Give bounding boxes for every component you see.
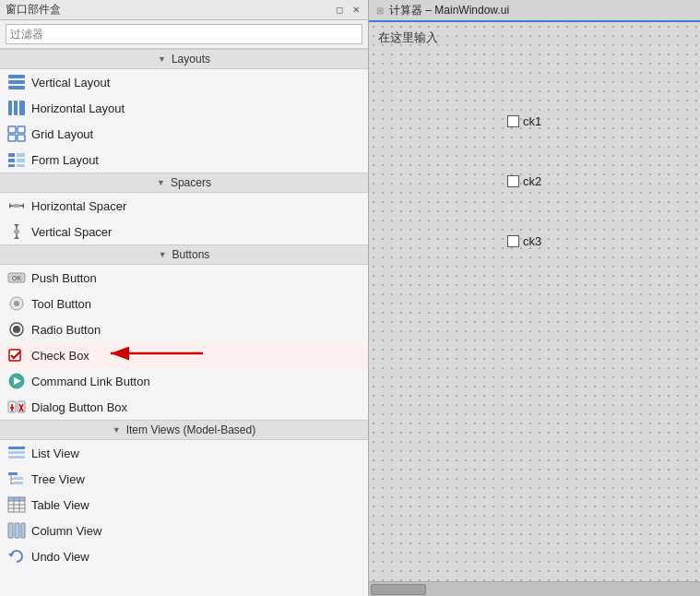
horizontal-layout-icon xyxy=(7,99,26,117)
column-view-label: Column View xyxy=(31,524,101,538)
radio-button-icon xyxy=(7,320,26,339)
sidebar-item-horizontal-layout[interactable]: Horizontal Layout xyxy=(0,95,368,121)
undo-view-label: Undo View xyxy=(31,550,89,564)
column-view-icon xyxy=(7,521,26,540)
checkbox-ck1-label: ck1 xyxy=(523,114,541,128)
spacers-label: Spacers xyxy=(171,176,211,189)
svg-marker-18 xyxy=(21,203,24,209)
svg-rect-41 xyxy=(8,447,25,449)
sidebar-item-column-view[interactable]: Column View xyxy=(0,518,368,543)
svg-rect-6 xyxy=(8,126,16,133)
canvas-label: 在这里输入 xyxy=(378,30,438,46)
item-views-label: Item Views (Model-Based) xyxy=(126,423,256,436)
horizontal-spacer-icon xyxy=(7,197,26,215)
widget-box-title-bar: 窗口部件盒 ◻ ✕ xyxy=(0,0,368,20)
sidebar-item-undo-view[interactable]: Undo View xyxy=(0,543,368,569)
checkbox-ck3-label: ck3 xyxy=(523,234,541,248)
svg-point-29 xyxy=(13,326,20,333)
checkbox-ck2-box[interactable] xyxy=(507,175,519,187)
section-item-views: ▼ Item Views (Model-Based) xyxy=(0,420,368,440)
svg-rect-42 xyxy=(8,451,25,454)
svg-rect-47 xyxy=(14,477,23,480)
tree-view-label: Tree View xyxy=(31,472,85,486)
checkbox-ck3[interactable]: ck3 xyxy=(507,234,541,248)
svg-rect-49 xyxy=(14,482,23,484)
svg-rect-13 xyxy=(17,159,25,162)
svg-rect-14 xyxy=(8,164,15,167)
right-panel: ⊞ 计算器 – MainWindow.ui 在这里输入 ck1 ck2 ck3 xyxy=(369,0,700,596)
svg-rect-1 xyxy=(8,80,25,84)
sidebar-item-dialog-button-box[interactable]: Dialog Button Box xyxy=(0,394,368,420)
svg-rect-15 xyxy=(17,164,25,167)
sidebar-item-list-view[interactable]: List View xyxy=(0,440,368,466)
svg-rect-30 xyxy=(9,350,20,361)
buttons-arrow: ▼ xyxy=(159,250,167,259)
sidebar-item-tool-button[interactable]: Tool Button xyxy=(0,291,368,316)
radio-button-label: Radio Button xyxy=(31,323,101,337)
checkbox-ck3-box[interactable] xyxy=(507,235,519,247)
layouts-arrow: ▼ xyxy=(158,54,166,64)
svg-rect-8 xyxy=(8,135,16,141)
title-bar-buttons: ◻ ✕ xyxy=(333,4,362,17)
horizontal-scrollbar[interactable] xyxy=(369,581,700,596)
svg-rect-0 xyxy=(8,75,25,78)
tool-button-label: Tool Button xyxy=(31,297,91,311)
sidebar-item-form-layout[interactable]: Form Layout xyxy=(0,147,368,173)
sidebar-item-push-button[interactable]: OK Push Button xyxy=(0,265,368,291)
section-buttons: ▼ Buttons xyxy=(0,244,368,265)
spacers-arrow: ▼ xyxy=(157,178,165,187)
svg-rect-58 xyxy=(19,497,25,501)
command-link-button-icon xyxy=(7,372,26,390)
sidebar-item-vertical-spacer[interactable]: Vertical Spacer xyxy=(0,219,368,244)
left-panel: 窗口部件盒 ◻ ✕ ▼ Layouts Vertical Layout xyxy=(0,0,369,596)
minimize-button[interactable]: ◻ xyxy=(333,4,346,17)
close-button[interactable]: ✕ xyxy=(350,4,362,17)
sidebar-item-table-view[interactable]: Table View xyxy=(0,492,368,518)
svg-marker-62 xyxy=(8,554,14,557)
sidebar-item-check-box[interactable]: Check Box xyxy=(0,342,368,368)
vertical-layout-icon xyxy=(7,73,26,91)
svg-rect-3 xyxy=(8,101,12,115)
svg-rect-4 xyxy=(14,101,18,115)
filter-input[interactable] xyxy=(6,24,362,44)
svg-rect-5 xyxy=(19,101,25,115)
scrollbar-thumb[interactable] xyxy=(371,584,426,595)
checkbox-ck1[interactable]: ck1 xyxy=(507,114,541,128)
svg-rect-43 xyxy=(8,456,25,459)
undo-view-icon xyxy=(7,547,26,566)
tree-view-icon xyxy=(7,470,26,488)
sidebar-item-command-link-button[interactable]: Command Link Button xyxy=(0,368,368,394)
check-box-label: Check Box xyxy=(31,349,89,363)
checkbox-ck2[interactable]: ck2 xyxy=(507,174,541,188)
sidebar-item-horizontal-spacer[interactable]: Horizontal Spacer xyxy=(0,193,368,219)
check-box-icon xyxy=(7,346,26,364)
svg-rect-59 xyxy=(8,523,13,538)
vertical-spacer-label: Vertical Spacer xyxy=(31,225,112,239)
checkbox-ck1-box[interactable] xyxy=(507,115,519,127)
right-title-text: 计算器 – MainWindow.ui xyxy=(389,3,509,18)
widget-box-title: 窗口部件盒 xyxy=(6,2,61,18)
svg-marker-21 xyxy=(14,224,19,227)
horizontal-spacer-label: Horizontal Spacer xyxy=(31,199,126,213)
grid-layout-label: Grid Layout xyxy=(31,127,93,141)
section-layouts: ▼ Layouts xyxy=(0,49,368,69)
sidebar-item-grid-layout[interactable]: Grid Layout xyxy=(0,121,368,147)
sidebar-item-tree-view[interactable]: Tree View xyxy=(0,466,368,492)
sidebar-item-radio-button[interactable]: Radio Button xyxy=(0,316,368,342)
svg-text:OK: OK xyxy=(12,275,21,281)
svg-marker-17 xyxy=(9,203,12,209)
table-view-label: Table View xyxy=(31,498,89,512)
item-views-arrow: ▼ xyxy=(113,425,121,435)
svg-rect-2 xyxy=(8,86,25,89)
form-layout-label: Form Layout xyxy=(31,153,99,167)
push-button-icon: OK xyxy=(7,268,26,287)
svg-rect-44 xyxy=(8,472,18,475)
dialog-button-box-label: Dialog Button Box xyxy=(31,400,127,414)
canvas-area[interactable]: 在这里输入 ck1 ck2 ck3 xyxy=(369,22,700,581)
sidebar-item-vertical-layout[interactable]: Vertical Layout xyxy=(0,69,368,95)
window-icon: ⊞ xyxy=(376,6,384,16)
section-spacers: ▼ Spacers xyxy=(0,173,368,193)
checkbox-ck2-label: ck2 xyxy=(523,174,541,188)
svg-rect-10 xyxy=(8,153,15,157)
svg-rect-61 xyxy=(21,523,25,538)
